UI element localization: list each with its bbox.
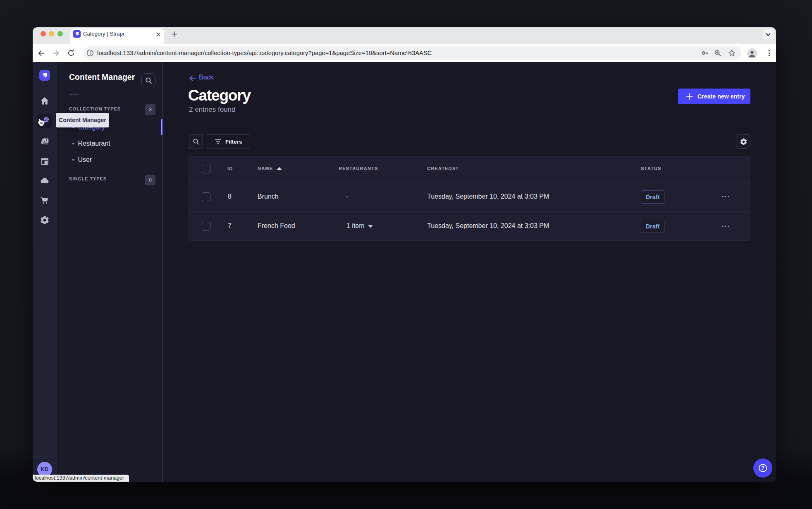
svg-text:?: ? bbox=[761, 465, 764, 471]
